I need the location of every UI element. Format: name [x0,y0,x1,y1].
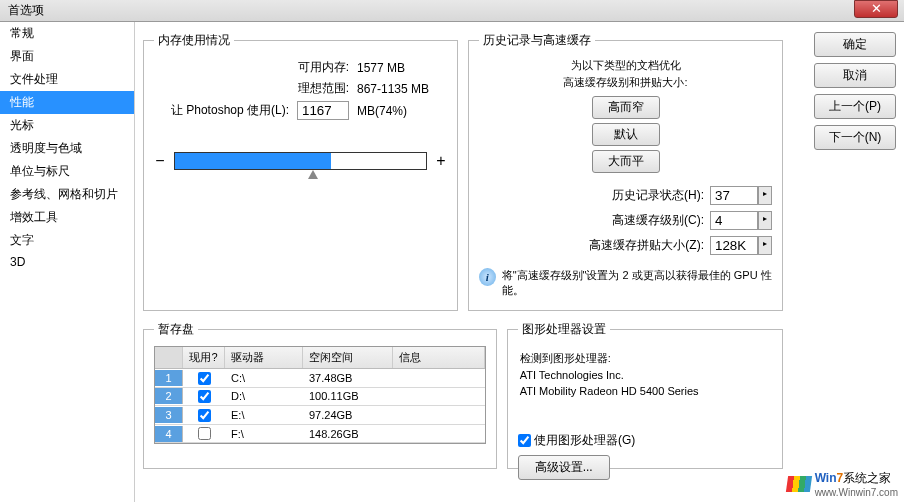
history-input[interactable] [710,186,758,205]
col-free[interactable]: 空闲空间 [303,347,393,368]
tile-size-label: 高速缓存拼贴大小(Z): [589,237,704,254]
cache-info-text: 将"高速缓存级别"设置为 2 或更高以获得最佳的 GPU 性能。 [502,268,772,298]
tall-narrow-button[interactable]: 高而窄 [592,96,660,119]
memory-panel: 内存使用情况 可用内存: 1577 MB 理想范围: 867-1135 MB 让… [143,32,458,311]
sidebar-item-5[interactable]: 透明度与色域 [0,137,134,160]
cache-legend: 历史记录与高速缓存 [479,32,595,49]
use-gpu-checkbox[interactable] [518,434,531,447]
let-use-input[interactable] [297,101,349,120]
sidebar-item-4[interactable]: 光标 [0,114,134,137]
slider-plus-icon[interactable]: + [435,152,447,170]
row-info [393,413,485,417]
row-info [393,432,485,436]
cache-desc1: 为以下类型的文档优化 [479,57,772,74]
sidebar-item-7[interactable]: 参考线、网格和切片 [0,183,134,206]
default-button[interactable]: 默认 [592,123,660,146]
row-number: 1 [155,370,183,386]
scratch-legend: 暂存盘 [154,321,198,338]
memory-legend: 内存使用情况 [154,32,234,49]
sidebar-item-1[interactable]: 界面 [0,45,134,68]
cache-desc2: 高速缓存级别和拼贴大小: [479,74,772,91]
row-number: 4 [155,426,183,442]
row-number: 2 [155,388,183,404]
info-icon: i [479,268,496,286]
sidebar-item-2[interactable]: 文件处理 [0,68,134,91]
windows-flag-icon [786,476,812,492]
watermark: Win7系统之家 www.Winwin7.com [787,470,898,498]
row-drive: D:\ [225,388,303,404]
available-label: 可用内存: [298,59,349,76]
prev-button[interactable]: 上一个(P) [814,94,896,119]
chevron-right-icon[interactable]: ▸ [758,186,772,205]
chevron-right-icon[interactable]: ▸ [758,211,772,230]
row-info [393,394,485,398]
gpu-model: ATI Mobility Radeon HD 5400 Series [520,383,770,400]
gpu-detected-label: 检测到图形处理器: [520,350,770,367]
ideal-value: 867-1135 MB [357,82,447,96]
cache-level-label: 高速缓存级别(C): [612,212,704,229]
let-use-suffix: MB(74%) [357,104,447,118]
slider-fill [175,153,331,169]
chevron-right-icon[interactable]: ▸ [758,236,772,255]
ok-button[interactable]: 确定 [814,32,896,57]
table-row[interactable]: 3E:\97.24GB [155,406,485,425]
use-gpu-checkbox-label[interactable]: 使用图形处理器(G) [518,433,636,447]
cache-level-input[interactable] [710,211,758,230]
ideal-label: 理想范围: [298,80,349,97]
row-number: 3 [155,407,183,423]
slider-minus-icon[interactable]: − [154,152,166,170]
row-active-checkbox[interactable] [198,390,211,403]
scratch-table: 现用? 驱动器 空闲空间 信息 1C:\37.48GB2D:\100.11GB3… [154,346,486,444]
row-active-checkbox[interactable] [198,372,211,385]
titlebar: 首选项 ✕ [0,0,904,22]
next-button[interactable]: 下一个(N) [814,125,896,150]
cache-panel: 历史记录与高速缓存 为以下类型的文档优化 高速缓存级别和拼贴大小: 高而窄 默认… [468,32,783,311]
sidebar-item-10[interactable]: 3D [0,252,134,272]
table-row[interactable]: 2D:\100.11GB [155,388,485,407]
advanced-settings-button[interactable]: 高级设置... [518,455,610,480]
row-active-checkbox[interactable] [198,427,211,440]
history-label: 历史记录状态(H): [612,187,704,204]
table-row[interactable]: 1C:\37.48GB [155,369,485,388]
sidebar-item-6[interactable]: 单位与标尺 [0,160,134,183]
close-icon[interactable]: ✕ [854,0,898,18]
table-row[interactable]: 4F:\148.26GB [155,425,485,444]
slider-thumb-icon[interactable] [308,170,318,179]
table-header: 现用? 驱动器 空闲空间 信息 [155,347,485,369]
row-free: 148.26GB [303,426,393,442]
gpu-legend: 图形处理器设置 [518,321,610,338]
col-drive[interactable]: 驱动器 [225,347,303,368]
scratch-panel: 暂存盘 现用? 驱动器 空闲空间 信息 1C:\37.48GB2D:\100.1… [143,321,497,469]
let-use-label: 让 Photoshop 使用(L): [171,102,289,119]
row-drive: E:\ [225,407,303,423]
sidebar-item-0[interactable]: 常规 [0,22,134,45]
sidebar-item-8[interactable]: 增效工具 [0,206,134,229]
col-active[interactable]: 现用? [183,347,225,368]
gpu-vendor: ATI Technologies Inc. [520,367,770,384]
sidebar: 常规界面文件处理性能光标透明度与色域单位与标尺参考线、网格和切片增效工具文字3D [0,22,135,502]
row-drive: F:\ [225,426,303,442]
memory-slider[interactable] [174,152,427,170]
row-info [393,376,485,380]
big-flat-button[interactable]: 大而平 [592,150,660,173]
cancel-button[interactable]: 取消 [814,63,896,88]
sidebar-item-9[interactable]: 文字 [0,229,134,252]
row-active-checkbox[interactable] [198,409,211,422]
row-drive: C:\ [225,370,303,386]
tile-size-input[interactable] [710,236,758,255]
row-free: 97.24GB [303,407,393,423]
window-title: 首选项 [8,2,44,19]
available-value: 1577 MB [357,61,447,75]
sidebar-item-3[interactable]: 性能 [0,91,134,114]
row-free: 37.48GB [303,370,393,386]
col-info[interactable]: 信息 [393,347,485,368]
row-free: 100.11GB [303,388,393,404]
gpu-panel: 图形处理器设置 检测到图形处理器: ATI Technologies Inc. … [507,321,783,469]
